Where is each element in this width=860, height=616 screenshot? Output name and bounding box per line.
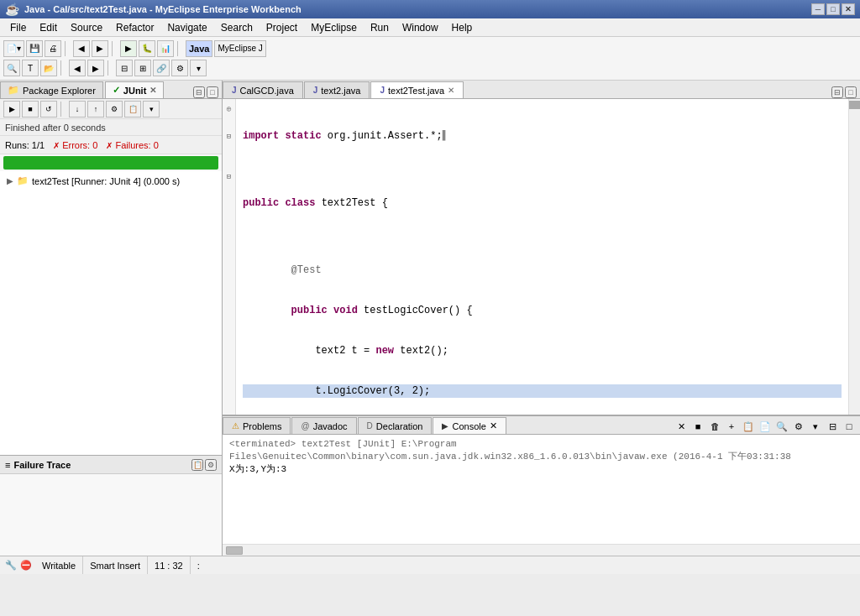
junit-view-menu[interactable]: ▾ [143, 101, 160, 117]
menu-file[interactable]: File [3, 20, 33, 35]
next-edit-button[interactable]: ▶ [87, 60, 104, 76]
code-editor[interactable]: ⊕ ⊟ ⊟ import static org.junit.Assert.*;▌… [223, 99, 860, 415]
toolbar-row-1: 📄▾ 💾 🖨 ◀ ▶ ▶ 🐛 📊 Java MyEclipse J [3, 39, 857, 59]
gutter-collapse-method[interactable]: ⊟ [223, 170, 235, 183]
menu-window[interactable]: Window [396, 20, 445, 35]
perspective-myeclipse[interactable]: MyEclipse J [214, 40, 265, 57]
editor-tabs: J CalGCD.java J text2.java J text2Test.j… [223, 81, 860, 99]
status-writable: Writable [35, 556, 83, 574]
junit-prev-failure[interactable]: ↑ [87, 101, 104, 117]
menu-refactor[interactable]: Refactor [109, 20, 160, 35]
code-content[interactable]: import static org.junit.Assert.*;▌ publi… [236, 99, 848, 415]
failure-trace-filter[interactable]: ⚙ [205, 459, 217, 471]
tab-calgcd[interactable]: J CalGCD.java [223, 81, 303, 98]
console-find[interactable]: 🔍 [774, 419, 789, 434]
problems-icon: ⚠ [232, 421, 239, 431]
junit-status: Finished after 0 seconds [0, 119, 222, 136]
text2-icon: J [313, 86, 318, 95]
junit-stop-button[interactable]: ■ [22, 101, 39, 117]
expand-button[interactable]: ⊞ [134, 60, 151, 76]
minimize-button[interactable]: ─ [811, 3, 825, 15]
console-paste[interactable]: 📄 [758, 419, 773, 434]
tab-text2test[interactable]: J text2Test.java ✕ [370, 81, 464, 98]
bottom-scrollbar[interactable] [223, 544, 860, 556]
junit-run-button[interactable]: ▶ [3, 101, 20, 117]
left-panel-tabs: 📁 Package Explorer ✓ JUnit ✕ ⊟ □ [0, 81, 222, 99]
console-copy[interactable]: 📋 [741, 419, 756, 434]
link-button[interactable]: 🔗 [153, 60, 170, 76]
menu-source[interactable]: Source [64, 20, 109, 35]
console-view-menu[interactable]: ▾ [808, 419, 823, 434]
console-stop[interactable]: ■ [690, 419, 705, 434]
junit-next-failure[interactable]: ↓ [69, 101, 86, 117]
junit-history-button[interactable]: 📋 [124, 101, 141, 117]
history-forward[interactable]: ▶ [92, 40, 108, 57]
editor-maximize[interactable]: □ [845, 86, 857, 98]
main-area: 📁 Package Explorer ✓ JUnit ✕ ⊟ □ ▶ ■ ↺ ↓… [0, 81, 860, 556]
open-resource-button[interactable]: 📂 [40, 60, 57, 76]
debug-button[interactable]: 🐛 [139, 40, 155, 57]
menu-navigate[interactable]: Navigate [160, 20, 213, 35]
tab-problems[interactable]: ⚠ Problems [223, 417, 291, 434]
new-button[interactable]: 📄▾ [3, 40, 24, 57]
print-button[interactable]: 🖨 [45, 40, 61, 57]
open-type-button[interactable]: T [22, 60, 39, 76]
editor-scrollbar[interactable] [848, 99, 860, 415]
tab-declaration[interactable]: D Declaration [358, 417, 433, 434]
tab-package-explorer[interactable]: 📁 Package Explorer [0, 81, 103, 98]
junit-toolbar: ▶ ■ ↺ ↓ ↑ ⚙ 📋 ▾ [0, 99, 222, 119]
profile-button[interactable]: 📊 [157, 40, 174, 57]
test-item-root[interactable]: ▶ 📁 text2Test [Runner: JUnit 4] (0.000 s… [3, 175, 218, 187]
menu-run[interactable]: Run [364, 20, 396, 35]
view-menu-button[interactable]: ▾ [190, 60, 207, 76]
history-back[interactable]: ◀ [73, 40, 90, 57]
junit-rerun-button[interactable]: ↺ [40, 101, 57, 117]
run-button[interactable]: ▶ [120, 40, 137, 57]
collapse-button[interactable]: ⊟ [116, 60, 133, 76]
menu-edit[interactable]: Edit [33, 20, 64, 35]
prev-edit-button[interactable]: ◀ [69, 60, 86, 76]
text2test-tab-close[interactable]: ✕ [448, 86, 454, 95]
junit-filter-button[interactable]: ⚙ [106, 101, 123, 117]
expand-icon: ▶ [7, 176, 13, 185]
separator-3 [177, 41, 182, 56]
left-panel-minimize[interactable]: ⊟ [193, 86, 205, 98]
gutter-collapse-class[interactable]: ⊟ [223, 129, 235, 143]
junit-tab-close[interactable]: ✕ [149, 86, 156, 95]
status-icon-1: 🔧 [5, 560, 17, 571]
tab-text2[interactable]: J text2.java [304, 81, 370, 98]
search-file-button[interactable]: 🔍 [3, 60, 20, 76]
menu-search[interactable]: Search [214, 20, 260, 35]
tab-console[interactable]: ▶ Console ✕ [433, 417, 506, 434]
tab-junit[interactable]: ✓ JUnit ✕ [105, 81, 165, 98]
left-panel-maximize[interactable]: □ [207, 86, 218, 98]
declaration-icon: D [367, 421, 373, 431]
console-remove[interactable]: 🗑 [707, 419, 722, 434]
left-panel: 📁 Package Explorer ✓ JUnit ✕ ⊟ □ ▶ ■ ↺ ↓… [0, 81, 223, 556]
close-button[interactable]: ✕ [842, 3, 855, 15]
editor-minimize[interactable]: ⊟ [831, 86, 843, 98]
maximize-button[interactable]: □ [826, 3, 840, 15]
bottom-maximize[interactable]: □ [842, 419, 857, 434]
console-clear[interactable]: ✕ [674, 419, 689, 434]
bottom-tabs: ⚠ Problems @ Javadoc D Declaration ▶ Con… [223, 416, 860, 435]
gutter-empty-3 [223, 156, 235, 170]
console-options[interactable]: ⚙ [791, 419, 806, 434]
perspective-java[interactable]: Java [186, 40, 212, 57]
console-content[interactable]: <terminated> text2Test [JUnit] E:\Progra… [223, 435, 860, 544]
menu-help[interactable]: Help [445, 20, 480, 35]
settings-button[interactable]: ⚙ [171, 60, 188, 76]
menu-myeclipse[interactable]: MyEclipse [304, 20, 364, 35]
save-button[interactable]: 💾 [26, 40, 43, 57]
status-insert-mode: Smart Insert [83, 556, 148, 574]
console-line-1: <terminated> text2Test [JUnit] E:\Progra… [229, 438, 853, 463]
failure-trace-copy[interactable]: 📋 [191, 459, 203, 471]
separator-1 [65, 41, 70, 56]
console-tab-close[interactable]: ✕ [490, 420, 497, 431]
menu-project[interactable]: Project [260, 20, 304, 35]
console-new[interactable]: + [724, 419, 739, 434]
bottom-minimize[interactable]: ⊟ [825, 419, 840, 434]
calgcd-icon: J [232, 86, 237, 95]
tab-javadoc[interactable]: @ Javadoc [291, 417, 356, 434]
failure-trace-header: ≡ Failure Trace 📋 ⚙ [0, 456, 222, 474]
